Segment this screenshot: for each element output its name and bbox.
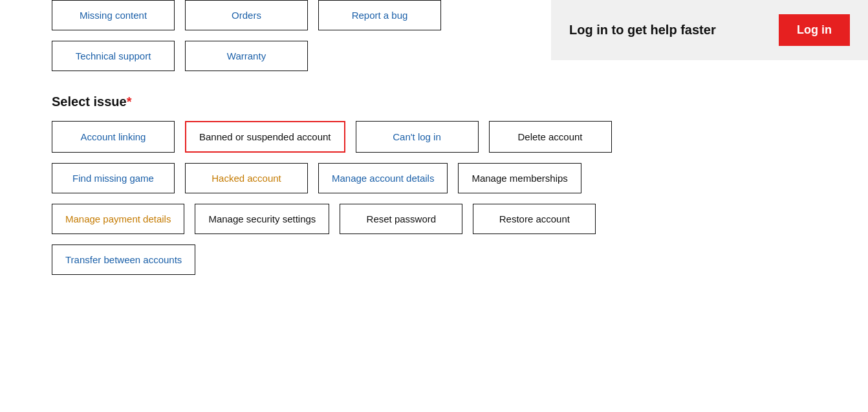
login-banner-text: Log in to get help faster: [569, 23, 716, 38]
topic-btn-technical-support[interactable]: Technical support: [52, 41, 175, 71]
topic-btn-report-bug[interactable]: Report a bug: [318, 0, 441, 30]
select-issue-title: Select issue*: [52, 94, 868, 109]
issue-btn-cant-log-in[interactable]: Can't log in: [356, 121, 479, 153]
issue-btn-transfer-between-accounts[interactable]: Transfer between accounts: [52, 244, 195, 275]
issue-btn-find-missing-game[interactable]: Find missing game: [52, 163, 175, 193]
topic-btn-warranty[interactable]: Warranty: [185, 41, 308, 71]
issue-btn-manage-security-settings[interactable]: Manage security settings: [195, 204, 329, 234]
issue-btn-manage-account-details[interactable]: Manage account details: [318, 163, 448, 193]
issue-btn-manage-payment-details[interactable]: Manage payment details: [52, 204, 184, 234]
issue-btn-restore-account[interactable]: Restore account: [473, 204, 596, 234]
topic-btn-missing-content[interactable]: Missing content: [52, 0, 175, 30]
issue-btn-account-linking[interactable]: Account linking: [52, 121, 175, 153]
topic-btn-orders[interactable]: Orders: [185, 0, 308, 30]
issue-btn-hacked-account[interactable]: Hacked account: [185, 163, 308, 193]
issue-btn-reset-password[interactable]: Reset password: [340, 204, 462, 234]
login-button[interactable]: Log in: [779, 14, 850, 46]
issue-btn-banned-suspended[interactable]: Banned or suspended account: [185, 121, 345, 153]
issue-btn-manage-memberships[interactable]: Manage memberships: [458, 163, 581, 193]
issue-btn-delete-account[interactable]: Delete account: [489, 121, 612, 153]
